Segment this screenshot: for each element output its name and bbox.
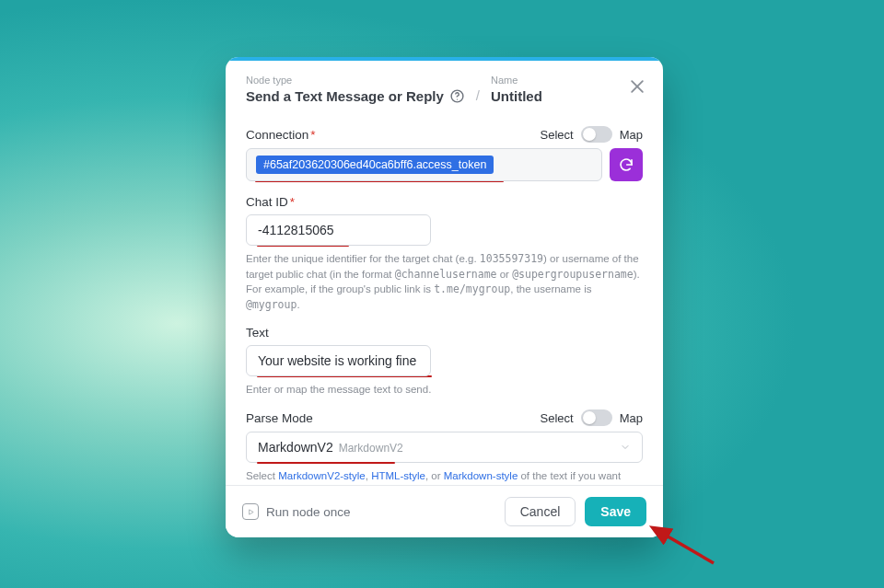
header-separator: / <box>465 87 491 104</box>
run-node-once[interactable]: Run node once <box>242 503 351 520</box>
scroll-area[interactable]: Connection* Select Map #65af203620306ed4… <box>226 113 663 485</box>
field-chat-id: Chat ID* Enter the unique identifier for… <box>246 195 643 313</box>
link-html-style[interactable]: HTML-style <box>371 470 425 481</box>
field-parse-mode: Parse Mode Select Map MarkdownV2 Markdow… <box>246 409 643 485</box>
node-type-value: Send a Text Message or Reply <box>246 88 444 104</box>
svg-point-1 <box>457 98 458 99</box>
parse-mode-label: Parse Mode <box>246 411 313 425</box>
save-button[interactable]: Save <box>585 497 646 526</box>
node-config-modal: Node type Send a Text Message or Reply /… <box>226 57 663 537</box>
annotation-underline <box>257 462 395 464</box>
link-markdownv2-style[interactable]: MarkdownV2-style <box>278 470 366 481</box>
parse-mode-subvalue: MarkdownV2 <box>339 442 403 455</box>
cancel-button[interactable]: Cancel <box>505 497 576 526</box>
connection-chip[interactable]: #65af203620306ed40ca6bff6.access_token <box>256 156 494 174</box>
field-text: Text Enter or map the message text to se… <box>246 326 643 398</box>
name-value[interactable]: Untitled <box>491 88 542 104</box>
map-label: Map <box>620 128 643 142</box>
parse-mode-select[interactable]: MarkdownV2 MarkdownV2 <box>246 432 643 463</box>
connection-label: Connection <box>246 128 308 142</box>
play-icon <box>242 503 259 520</box>
chat-id-label: Chat ID <box>246 195 288 209</box>
refresh-button[interactable] <box>610 148 643 181</box>
chat-id-helper: Enter the unique identifier for the targ… <box>246 251 643 313</box>
chat-id-input[interactable] <box>246 214 431 246</box>
connection-mode-switch: Select Map <box>541 126 643 143</box>
connection-mode-toggle[interactable] <box>581 126 612 143</box>
text-label: Text <box>246 326 269 340</box>
select-label: Select <box>541 411 574 425</box>
modal-body: Connection* Select Map #65af203620306ed4… <box>226 113 663 485</box>
parse-mode-toggle[interactable] <box>581 409 612 426</box>
text-input[interactable] <box>246 345 431 376</box>
chevron-down-icon <box>620 442 631 453</box>
svg-marker-4 <box>249 509 253 513</box>
field-connection: Connection* Select Map #65af203620306ed4… <box>246 126 643 182</box>
map-label: Map <box>620 411 643 425</box>
parse-mode-helper: Select MarkdownV2-style, HTML-style, or … <box>246 468 643 485</box>
svg-line-5 <box>663 534 714 563</box>
parse-mode-switch: Select Map <box>541 409 643 426</box>
parse-mode-value: MarkdownV2 <box>258 440 333 455</box>
run-once-label: Run node once <box>266 505 351 519</box>
connection-input[interactable]: #65af203620306ed40ca6bff6.access_token <box>246 148 602 181</box>
text-helper: Enter or map the message text to send. <box>246 382 643 398</box>
modal-footer: Run node once Cancel Save <box>226 485 663 537</box>
modal-header: Node type Send a Text Message or Reply /… <box>226 61 663 113</box>
link-markdown-style[interactable]: Markdown-style <box>444 470 518 481</box>
node-type-label: Node type <box>246 74 465 86</box>
select-label: Select <box>541 128 574 142</box>
help-icon[interactable] <box>449 88 465 104</box>
required-mark: * <box>290 195 295 209</box>
close-icon[interactable] <box>628 77 646 96</box>
required-mark: * <box>310 128 315 142</box>
name-label: Name <box>491 74 542 86</box>
